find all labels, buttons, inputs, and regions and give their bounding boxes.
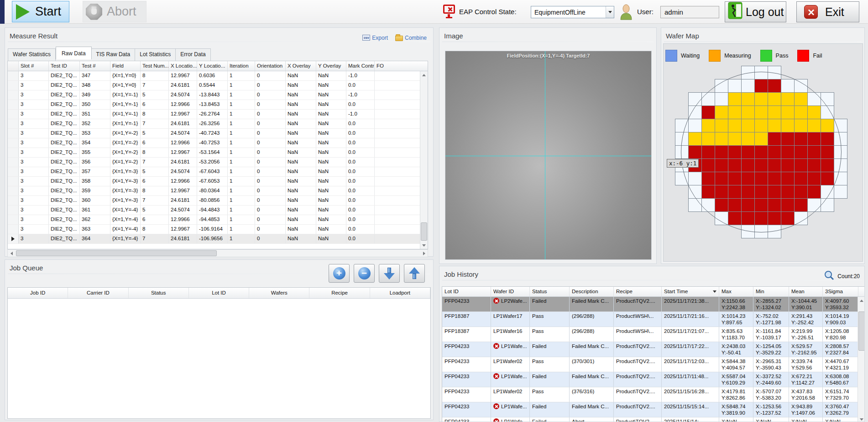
die-cell[interactable] — [807, 145, 821, 159]
die-cell[interactable] — [741, 79, 755, 93]
die-cell[interactable] — [807, 92, 821, 106]
history-row[interactable]: PFP04233LP1Wafe...FailedAbort...Product\… — [442, 417, 865, 422]
column-header[interactable]: Start Time — [662, 287, 719, 296]
row-selector[interactable] — [8, 129, 19, 138]
die-cell[interactable] — [821, 132, 834, 146]
scroll-left-icon[interactable] — [8, 250, 15, 257]
die-cell[interactable] — [768, 79, 781, 93]
die-cell[interactable] — [688, 119, 702, 132]
die-cell[interactable] — [741, 145, 755, 159]
die-cell[interactable] — [794, 185, 808, 199]
remove-job-button[interactable]: − — [354, 264, 375, 283]
die-cell[interactable] — [754, 158, 768, 172]
die-cell[interactable] — [768, 158, 781, 172]
vertical-scroll-thumb[interactable] — [858, 311, 865, 351]
tab-lot-statistics[interactable]: Lot Statistics — [135, 48, 176, 61]
die-cell[interactable] — [741, 198, 755, 212]
table-row[interactable]: 3DIE2_TQ...350{X=1,Y=-1}612.9966-13.8453… — [8, 100, 428, 110]
table-row[interactable]: 3DIE2_TQ...357{X=1,Y=-3}524.5074-67.6043… — [8, 167, 428, 177]
die-cell[interactable] — [821, 172, 834, 185]
die-cell[interactable] — [701, 198, 715, 212]
job-history-vertical-scrollbar[interactable] — [858, 297, 865, 422]
column-header[interactable]: Mark Contra — [346, 61, 375, 71]
column-header[interactable]: Mean — [789, 287, 823, 296]
scroll-up-icon[interactable] — [858, 297, 865, 304]
row-selector[interactable] — [8, 138, 19, 148]
die-cell[interactable] — [675, 119, 689, 132]
raw-data-horizontal-scrollbar[interactable] — [7, 249, 428, 257]
die-cell[interactable] — [701, 185, 715, 199]
die-cell[interactable] — [728, 198, 742, 212]
column-header[interactable]: Test ID — [49, 61, 80, 71]
die-cell[interactable] — [768, 132, 781, 146]
die-cell[interactable] — [741, 185, 755, 199]
column-header[interactable]: Wafer ID — [491, 287, 530, 296]
row-selector[interactable] — [8, 177, 19, 186]
column-header[interactable]: Recipe — [309, 288, 370, 298]
die-cell[interactable] — [715, 145, 728, 159]
die-cell[interactable] — [807, 132, 821, 146]
die-cell[interactable] — [794, 211, 808, 225]
die-cell[interactable] — [821, 145, 834, 159]
die-cell[interactable] — [807, 198, 821, 212]
history-row[interactable]: PFP18387LP1Wafer16Pass(296/288)Product\W… — [442, 327, 865, 342]
die-cell[interactable] — [728, 132, 742, 146]
die-cell[interactable] — [701, 145, 715, 159]
die-cell[interactable] — [807, 158, 821, 172]
die-cell[interactable] — [715, 119, 728, 132]
die-cell[interactable] — [701, 106, 715, 119]
exit-button[interactable]: Exit — [796, 1, 859, 22]
die-cell[interactable] — [754, 79, 768, 93]
die-cell[interactable] — [728, 211, 742, 225]
die-cell[interactable] — [688, 145, 702, 159]
column-header[interactable]: Y Overlay — [316, 61, 346, 71]
history-row[interactable]: PFP18387LP1Wafer17Pass(296/288)Product\W… — [442, 312, 865, 327]
die-cell[interactable] — [715, 198, 728, 212]
die-cell[interactable] — [741, 211, 755, 225]
die-cell[interactable] — [834, 185, 847, 199]
history-row[interactable]: PFP04233LP2Wafe...FailedFailed Mark C...… — [442, 297, 865, 312]
die-cell[interactable] — [754, 225, 768, 238]
table-row[interactable]: 3DIE2_TQ...362{X=1,Y=-4}612.9966-94.4853… — [8, 215, 428, 225]
die-cell[interactable] — [781, 198, 795, 212]
scroll-right-icon[interactable] — [420, 250, 428, 257]
row-selector[interactable] — [8, 196, 19, 205]
die-cell[interactable] — [768, 119, 781, 132]
die-cell[interactable] — [701, 132, 715, 146]
table-row[interactable]: 3DIE2_TQ...352{X=1,Y=-1}724.6181-26.3256… — [8, 119, 428, 129]
die-cell[interactable] — [741, 119, 755, 132]
row-selector[interactable] — [8, 215, 19, 224]
raw-data-vertical-scrollbar[interactable] — [420, 71, 428, 249]
row-selector[interactable] — [8, 225, 19, 234]
die-cell[interactable] — [794, 119, 808, 132]
die-cell[interactable] — [807, 185, 821, 199]
die-cell[interactable] — [715, 106, 728, 119]
die-cell[interactable] — [754, 211, 768, 225]
die-cell[interactable] — [741, 132, 755, 146]
die-cell[interactable] — [741, 66, 755, 79]
vertical-scroll-thumb[interactable] — [421, 222, 427, 241]
move-up-job-button[interactable] — [404, 264, 425, 283]
die-cell[interactable] — [794, 106, 808, 119]
die-cell[interactable] — [688, 132, 702, 146]
die-cell[interactable] — [821, 185, 834, 199]
die-cell[interactable] — [781, 92, 795, 106]
die-cell[interactable] — [754, 106, 768, 119]
die-cell[interactable] — [754, 185, 768, 199]
table-row[interactable]: 3DIE2_TQ...361{X=1,Y=-4}524.5074-94.4843… — [8, 206, 428, 215]
row-selector[interactable] — [8, 110, 19, 119]
die-cell[interactable] — [768, 172, 781, 185]
die-cell[interactable] — [834, 119, 847, 132]
table-row[interactable]: 3DIE2_TQ...353{X=1,Y=-2}524.5074-40.7243… — [8, 129, 428, 138]
die-cell[interactable] — [728, 185, 742, 199]
scroll-down-icon[interactable] — [858, 416, 865, 422]
die-cell[interactable] — [728, 92, 742, 106]
die-cell[interactable] — [728, 172, 742, 185]
horizontal-scroll-thumb[interactable] — [16, 250, 217, 256]
column-header[interactable]: 3Sigma — [823, 287, 858, 296]
die-cell[interactable] — [701, 158, 715, 172]
table-row[interactable]: 3DIE2_TQ...363{X=1,Y=-4}812.9967-106.916… — [8, 225, 428, 234]
tab-error-data[interactable]: Error Data — [176, 48, 210, 61]
move-down-job-button[interactable] — [379, 264, 400, 283]
start-button[interactable]: Start — [12, 1, 69, 22]
